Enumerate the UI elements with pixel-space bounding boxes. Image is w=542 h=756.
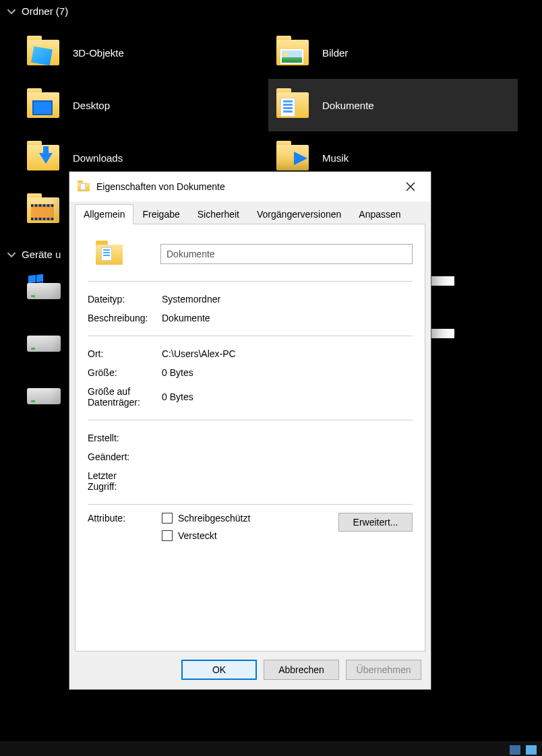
tray-icon[interactable] [510, 745, 520, 755]
separator [88, 504, 413, 505]
value-size: 0 Bytes [162, 367, 413, 378]
devices-section-label: Geräte u [22, 249, 61, 260]
folder-icon [24, 33, 63, 72]
label-size: Größe: [88, 367, 162, 378]
tray-icon[interactable] [526, 745, 537, 755]
folder-label: 3D-Objekte [73, 47, 124, 59]
chevron-down-icon [7, 7, 16, 16]
folder-icon [274, 86, 313, 125]
tab-strip: Allgemein Freigabe Sicherheit Vorgängerv… [75, 201, 425, 224]
separator [88, 281, 413, 282]
label-modified: Geändert: [88, 451, 162, 462]
taskbar[interactable] [0, 741, 542, 756]
separator [88, 336, 413, 336]
close-icon [406, 182, 415, 191]
folder-item-pictures[interactable]: Bilder [268, 26, 518, 79]
folders-section-header[interactable]: Ordner (7) [0, 0, 542, 22]
folder-icon [24, 138, 63, 177]
tab-general[interactable]: Allgemein [75, 204, 133, 224]
folder-label: Dokumente [322, 100, 374, 111]
chevron-down-icon [7, 250, 16, 259]
dialog-title: Eigenschaften von Dokumente [96, 181, 225, 192]
tab-sharing[interactable]: Freigabe [133, 204, 188, 224]
properties-dialog: Eigenschaften von Dokumente Allgemein Fr… [69, 171, 431, 690]
folder-label: Musik [322, 152, 349, 164]
label-created: Erstellt: [88, 433, 162, 443]
label-attributes: Attribute: [88, 513, 162, 524]
value-accessed [162, 470, 413, 492]
separator [88, 420, 413, 420]
folder-label: Bilder [322, 47, 348, 59]
value-filetype: Systemordner [162, 294, 413, 305]
checkbox-readonly[interactable]: Schreibgeschützt [162, 513, 338, 524]
system-tray [510, 745, 537, 755]
dialog-titlebar[interactable]: Eigenschaften von Dokumente [69, 172, 431, 201]
folder-icon [24, 86, 63, 125]
dialog-button-row: OK Abbrechen Übernehmen [75, 652, 425, 684]
label-filetype: Dateityp: [88, 294, 162, 305]
checkbox-icon [162, 513, 173, 524]
label-size-on-disk: Größe auf Datenträger: [88, 386, 162, 408]
drive-icon [24, 274, 63, 306]
apply-button[interactable]: Übernehmen [346, 660, 421, 680]
tab-security[interactable]: Sicherheit [189, 204, 248, 224]
documents-folder-icon [78, 181, 90, 193]
cancel-button[interactable]: Abbrechen [264, 660, 339, 680]
dialog-body: Allgemein Freigabe Sicherheit Vorgängerv… [69, 201, 431, 689]
checkbox-hidden-label: Versteckt [178, 530, 217, 541]
folder-label: Downloads [73, 152, 123, 164]
tab-page-general: Dateityp: Systemordner Beschreibung: Dok… [75, 224, 425, 652]
checkbox-hidden[interactable]: Versteckt [162, 530, 338, 541]
value-modified [162, 451, 413, 462]
value-description: Dokumente [162, 313, 413, 323]
tab-customize[interactable]: Anpassen [350, 204, 409, 224]
drive-icon [24, 379, 63, 411]
label-accessed: Letzter Zugriff: [88, 470, 162, 492]
value-created [162, 433, 413, 443]
folder-item-documents[interactable]: Dokumente [268, 79, 518, 131]
value-size-on-disk: 0 Bytes [162, 391, 413, 402]
advanced-button[interactable]: Erweitert... [338, 513, 413, 532]
folder-item-desktop[interactable]: Desktop [19, 79, 268, 131]
documents-folder-icon [94, 238, 127, 270]
checkbox-readonly-label: Schreibgeschützt [178, 513, 250, 524]
label-location: Ort: [88, 348, 162, 359]
folder-icon [274, 33, 313, 72]
folders-section-label: Ordner (7) [22, 5, 68, 17]
close-button[interactable] [397, 177, 424, 197]
folder-name-input[interactable] [160, 244, 413, 264]
ok-button[interactable]: OK [181, 660, 257, 680]
tab-previous-versions[interactable]: Vorgängerversionen [248, 204, 350, 224]
checkbox-icon [162, 530, 173, 541]
folder-item-3d-objects[interactable]: 3D-Objekte [19, 26, 268, 79]
drive-icon [24, 326, 63, 358]
label-description: Beschreibung: [88, 313, 162, 323]
value-location: C:\Users\Alex-PC [162, 348, 413, 359]
folder-icon [24, 191, 63, 230]
folder-label: Desktop [73, 100, 110, 111]
